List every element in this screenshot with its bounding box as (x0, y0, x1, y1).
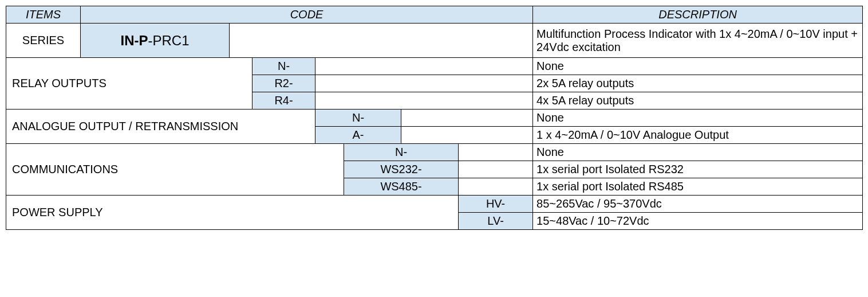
comms-spacer-2 (459, 178, 533, 196)
relay-spacer-2 (315, 92, 533, 110)
power-label: POWER SUPPLY (6, 196, 459, 230)
header-row: ITEMS CODE DESCRIPTION (6, 6, 863, 24)
relay-label: RELAY OUTPUTS (6, 58, 252, 110)
header-description: DESCRIPTION (533, 6, 863, 24)
relay-desc-0: None (533, 58, 863, 75)
comms-desc-0: None (533, 144, 863, 161)
series-description: Multifunction Process Indicator with 1x … (533, 24, 863, 58)
comms-spacer-1 (459, 161, 533, 178)
comms-code-0: N- (344, 144, 459, 161)
comms-row-1: COMMUNICATIONS N- None (6, 144, 863, 161)
relay-code-2: R4- (252, 92, 315, 110)
series-row: SERIES IN-P-PRC1 Multifunction Process I… (6, 24, 863, 58)
series-code-bold: IN-P (120, 33, 148, 48)
comms-desc-1: 1x serial port Isolated RS232 (533, 161, 863, 178)
comms-spacer-0 (459, 144, 533, 161)
series-code-light: -PRC1 (148, 33, 189, 48)
analogue-label: ANALOGUE OUTPUT / RETRANSMISSION (6, 110, 315, 144)
relay-code-1: R2- (252, 75, 315, 92)
analogue-code-0: N- (315, 110, 401, 127)
analogue-code-1: A- (315, 127, 401, 144)
analogue-desc-1: 1 x 4~20mA / 0~10V Analogue Output (533, 127, 863, 144)
series-spacer (230, 24, 533, 58)
relay-row-1: RELAY OUTPUTS N- None (6, 58, 863, 75)
analogue-row-1: ANALOGUE OUTPUT / RETRANSMISSION N- None (6, 110, 863, 127)
relay-code-0: N- (252, 58, 315, 75)
comms-code-1: WS232- (344, 161, 459, 178)
power-code-1: LV- (459, 213, 533, 230)
comms-desc-2: 1x serial port Isolated RS485 (533, 178, 863, 196)
relay-spacer-1 (315, 75, 533, 92)
header-items: ITEMS (6, 6, 81, 24)
relay-spacer-0 (315, 58, 533, 75)
series-label: SERIES (6, 24, 81, 58)
power-code-0: HV- (459, 196, 533, 213)
comms-code-2: WS485- (344, 178, 459, 196)
power-desc-0: 85~265Vac / 95~370Vdc (533, 196, 863, 213)
relay-desc-1: 2x 5A relay outputs (533, 75, 863, 92)
analogue-desc-0: None (533, 110, 863, 127)
power-desc-1: 15~48Vac / 10~72Vdc (533, 213, 863, 230)
series-code: IN-P-PRC1 (81, 24, 230, 58)
comms-label: COMMUNICATIONS (6, 144, 344, 196)
header-code: CODE (81, 6, 533, 24)
ordering-code-table: ITEMS CODE DESCRIPTION SERIES IN-P-PRC1 … (6, 6, 863, 230)
analogue-spacer-0 (401, 110, 533, 127)
analogue-spacer-1 (401, 127, 533, 144)
relay-desc-2: 4x 5A relay outputs (533, 92, 863, 110)
power-row-1: POWER SUPPLY HV- 85~265Vac / 95~370Vdc (6, 196, 863, 213)
